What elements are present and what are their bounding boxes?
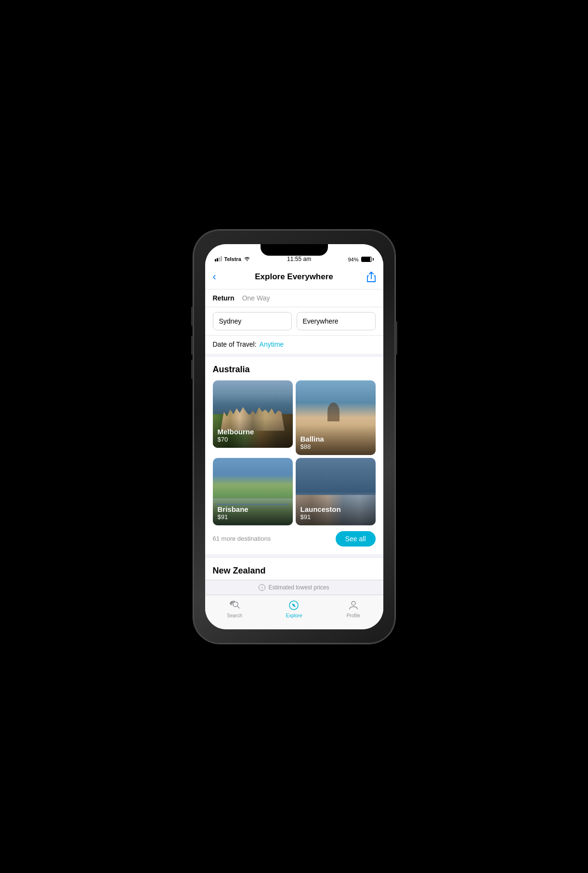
phone-screen: Telstra 11:55 am 94% [205, 244, 383, 629]
status-right: 94% [348, 257, 373, 262]
see-all-button[interactable]: See all [336, 531, 376, 547]
signal-icon [215, 256, 222, 261]
destinations-grid: Melbourne $70 Ballina $88 [213, 380, 376, 525]
brisbane-overlay: Brisbane $91 [213, 495, 293, 525]
tab-search[interactable]: Search [205, 599, 264, 618]
tab-explore[interactable]: Explore [264, 599, 324, 618]
return-button[interactable]: Return [213, 294, 235, 302]
share-icon [367, 272, 376, 282]
profile-tab-icon [347, 599, 360, 612]
page-title: Explore Everywhere [255, 272, 333, 282]
back-button[interactable]: ‹ [213, 271, 227, 283]
battery-icon [361, 257, 374, 262]
brisbane-card[interactable]: Brisbane $91 [213, 458, 293, 525]
melbourne-overlay: Melbourne $70 [213, 418, 293, 448]
estimated-prices-text: Estimated lowest prices [268, 584, 329, 591]
new-zealand-section: New Zealand [205, 558, 383, 580]
brisbane-name: Brisbane [218, 505, 288, 513]
navigation-bar: ‹ Explore Everywhere [205, 265, 383, 289]
australia-title: Australia [213, 365, 376, 375]
svg-point-0 [247, 260, 248, 261]
australia-section: Australia Melbourne $70 Ballina $88 [205, 357, 383, 554]
explore-tab-icon [287, 599, 300, 612]
ballina-overlay: Ballina $88 [296, 425, 376, 455]
destination-input[interactable]: Everywhere [297, 312, 376, 330]
brisbane-price: $91 [218, 513, 288, 521]
estimated-prices-bar: i Estimated lowest prices [205, 580, 383, 595]
melbourne-price: $70 [218, 436, 288, 443]
profile-tab-label: Profile [347, 613, 360, 618]
launceston-overlay: Launceston $91 [296, 495, 376, 525]
search-tab-label: Search [227, 613, 242, 618]
melbourne-card[interactable]: Melbourne $70 [213, 380, 293, 448]
new-zealand-title: New Zealand [213, 566, 376, 576]
carrier-name: Telstra [224, 256, 241, 262]
ballina-price: $88 [301, 443, 371, 450]
notch [261, 244, 328, 256]
origin-input[interactable]: Sydney [213, 312, 292, 330]
info-icon: i [259, 584, 265, 591]
one-way-button[interactable]: One Way [242, 294, 270, 302]
search-tab-icon [228, 599, 241, 612]
date-value[interactable]: Anytime [260, 340, 284, 348]
phone-frame: Telstra 11:55 am 94% [193, 230, 395, 644]
date-travel-row: Date of Travel: Anytime [205, 336, 383, 357]
more-destinations-text: 61 more destinations [213, 535, 271, 542]
ballina-name: Ballina [301, 435, 371, 443]
status-time: 11:55 am [287, 256, 311, 262]
launceston-card[interactable]: Launceston $91 [296, 458, 376, 525]
launceston-name: Launceston [301, 505, 371, 513]
trip-type-selector: Return One Way [205, 289, 383, 307]
ballina-card[interactable]: Ballina $88 [296, 380, 376, 455]
tab-profile[interactable]: Profile [324, 599, 383, 618]
more-row: 61 more destinations See all [213, 531, 376, 547]
wifi-icon [244, 256, 250, 262]
status-left: Telstra [215, 256, 250, 262]
tab-bar: Search Explore [205, 595, 383, 629]
explore-tab-label: Explore [286, 613, 302, 618]
content-area: Australia Melbourne $70 Ballina $88 [205, 357, 383, 580]
search-fields: Sydney Everywhere [205, 307, 383, 336]
share-button[interactable] [361, 272, 376, 282]
launceston-price: $91 [301, 513, 371, 521]
melbourne-name: Melbourne [218, 428, 288, 436]
svg-point-5 [352, 601, 355, 605]
date-label: Date of Travel: [213, 340, 257, 348]
battery-percent: 94% [348, 257, 358, 262]
svg-line-2 [237, 606, 239, 608]
